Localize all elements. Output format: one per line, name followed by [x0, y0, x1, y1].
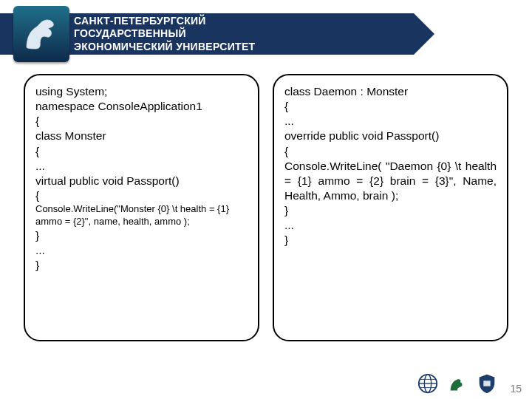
code-line: { [35, 144, 248, 159]
code-line: { [35, 188, 248, 203]
code-line: { [284, 144, 497, 159]
university-title: САНКТ-ПЕТЕРБУРГСКИЙ ГОСУДАРСТВЕННЫЙ ЭКОН… [74, 15, 255, 54]
code-line: ... [284, 218, 497, 233]
code-line: override public void Passport() [284, 129, 497, 143]
code-line: ... [35, 159, 248, 174]
code-line: } [284, 233, 497, 248]
code-line: Console.WriteLine( "Daemon {0} \t health… [284, 159, 497, 203]
crest-badge-icon [446, 372, 468, 395]
code-line: ... [284, 114, 497, 129]
globe-badge-icon [417, 372, 439, 395]
shield-badge-icon [476, 372, 498, 395]
footer: 15 [417, 372, 522, 395]
griffin-icon [20, 13, 63, 55]
code-panel-left: using System; namespace ConsoleApplicati… [24, 74, 259, 341]
code-line: virtual public void Passport() [35, 174, 248, 188]
code-line: } [284, 203, 497, 218]
code-line: namespace ConsoleApplication1 [35, 99, 248, 114]
code-line: class Monster [35, 129, 248, 143]
svg-rect-5 [484, 381, 491, 386]
code-line: ... [35, 243, 248, 258]
code-line: Console.WriteLine("Monster {0} \t health… [35, 203, 248, 216]
code-line: { [35, 114, 248, 129]
code-panel-right: class Daemon : Monster { ... override pu… [273, 74, 508, 341]
code-line: ammo = {2}", name, health, ammo ); [35, 216, 248, 228]
university-crest [13, 6, 69, 62]
code-line: } [35, 258, 248, 273]
code-line: class Daemon : Monster [284, 84, 497, 99]
code-line: using System; [35, 84, 248, 99]
code-line: } [35, 228, 248, 243]
page-number: 15 [510, 383, 522, 395]
header-banner: САНКТ-ПЕТЕРБУРГСКИЙ ГОСУДАРСТВЕННЫЙ ЭКОН… [0, 7, 532, 61]
code-panels-row: using System; namespace ConsoleApplicati… [24, 74, 508, 341]
code-line: { [284, 99, 497, 114]
